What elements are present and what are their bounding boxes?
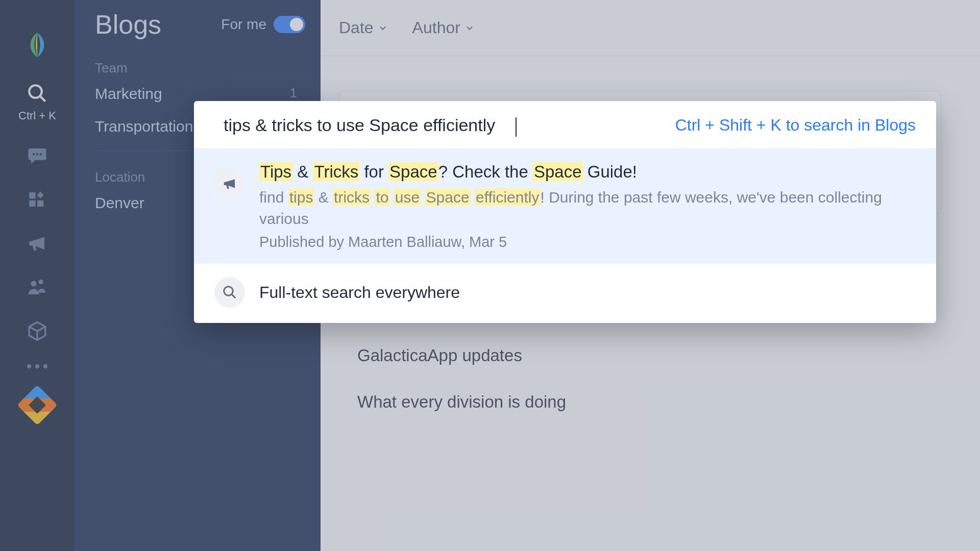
command-palette: tips & tricks to use Space efficiently C… bbox=[194, 101, 936, 323]
fts-label: Full-text search everywhere bbox=[259, 283, 460, 302]
search-icon bbox=[222, 285, 237, 300]
palette-full-text-search[interactable]: Full-text search everywhere bbox=[194, 264, 936, 323]
result-meta: Published by Maarten Balliauw, Mar 5 bbox=[259, 234, 916, 251]
svg-point-11 bbox=[224, 287, 233, 296]
palette-input-text: tips & tricks to use Space efficiently bbox=[224, 115, 516, 135]
palette-input-row: tips & tricks to use Space efficiently C… bbox=[194, 101, 936, 149]
fts-icon-wrap bbox=[214, 277, 245, 308]
result-title: Tips & Tricks for Space? Check the Space… bbox=[259, 160, 916, 184]
palette-input-wrap[interactable]: tips & tricks to use Space efficiently bbox=[224, 115, 675, 135]
palette-result-item[interactable]: Tips & Tricks for Space? Check the Space… bbox=[194, 149, 936, 264]
palette-hint[interactable]: Ctrl + Shift + K to search in Blogs bbox=[675, 116, 916, 135]
result-snippet: find tips & tricks to use Space efficien… bbox=[259, 187, 916, 230]
text-caret-icon bbox=[516, 117, 517, 137]
megaphone-icon bbox=[222, 176, 237, 191]
result-type-icon-wrap bbox=[214, 168, 245, 199]
svg-line-12 bbox=[232, 294, 236, 298]
